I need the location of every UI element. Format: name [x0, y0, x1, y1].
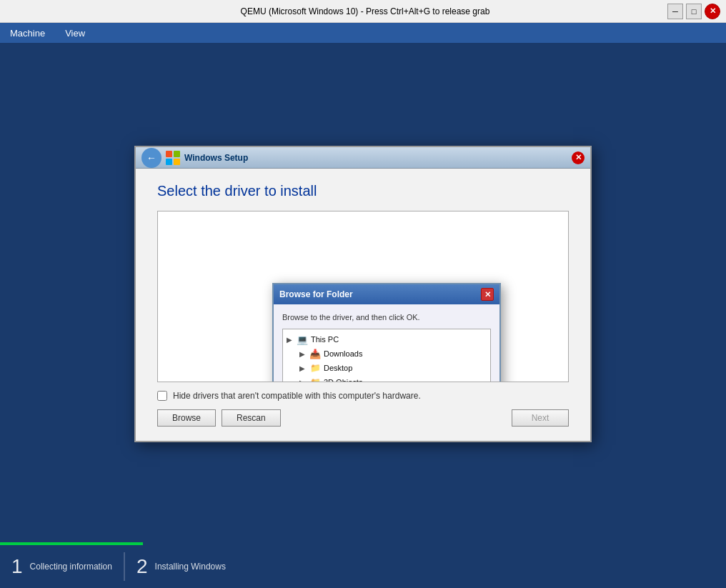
tree-item-3dobjects[interactable]: ▶ 📁 3D Objects — [283, 375, 490, 382]
3dobjects-icon: 📁 — [309, 377, 322, 382]
setup-dialog: ← Windows Setup ✕ Select the driver to i… — [134, 146, 592, 442]
tree-item-thispc[interactable]: ▶ 💻 This PC — [283, 332, 490, 347]
tree-item-desktop[interactable]: ▶ 📁 Desktop — [283, 361, 490, 375]
expand-icon-downloads: ▶ — [297, 349, 307, 359]
step-1-label: Collecting information — [30, 562, 112, 572]
expand-icon-3dobjects: ▶ — [297, 377, 307, 382]
back-button[interactable]: ← — [141, 148, 161, 168]
step-2-number: 2 — [136, 555, 148, 578]
title-text: QEMU (Microsoft Windows 10) - Press Ctrl… — [63, 6, 667, 16]
tree-label-downloads: Downloads — [324, 349, 362, 358]
setup-dialog-title-text: Windows Setup — [184, 153, 248, 163]
setup-heading: Select the driver to install — [157, 183, 569, 199]
tree-item-downloads[interactable]: ▶ 📥 Downloads — [283, 347, 490, 361]
setup-bottom-buttons: Browse Rescan Next — [157, 409, 569, 427]
tree-label-desktop: Desktop — [324, 364, 352, 372]
browse-close-button[interactable]: ✕ — [481, 288, 494, 301]
downloads-icon: 📥 — [309, 348, 322, 359]
setup-title-group: ← Windows Setup — [141, 148, 248, 168]
window-controls: ─ □ ✕ — [667, 4, 720, 19]
step-1: 1 Collecting information — [0, 545, 124, 588]
menu-machine[interactable]: Machine — [6, 26, 49, 40]
setup-close-button[interactable]: ✕ — [572, 151, 585, 164]
step-2-label: Installing Windows — [155, 562, 226, 572]
desktop-icon: 📁 — [309, 362, 322, 374]
hide-drivers-checkbox[interactable] — [157, 391, 167, 401]
step-1-number: 1 — [11, 555, 23, 578]
setup-titlebar: ← Windows Setup ✕ — [136, 147, 590, 169]
hide-drivers-row: Hide drivers that aren't compatible with… — [157, 391, 569, 401]
minimize-button[interactable]: ─ — [667, 4, 683, 19]
expand-icon-desktop: ▶ — [297, 363, 307, 373]
expand-icon-thispc: ▶ — [284, 334, 294, 344]
close-button[interactable]: ✕ — [705, 4, 720, 19]
maximize-button[interactable]: □ — [686, 4, 702, 19]
status-bar: 1 Collecting information 2 Installing Wi… — [0, 545, 726, 588]
browse-titlebar: Browse for Folder ✕ — [274, 284, 499, 304]
rescan-button[interactable]: Rescan — [222, 409, 281, 427]
menu-bar: Machine View — [0, 23, 726, 43]
monitor-icon: 💻 — [296, 334, 309, 345]
hide-drivers-label: Hide drivers that aren't compatible with… — [173, 391, 421, 401]
browse-content: Browse to the driver, and then click OK.… — [274, 304, 499, 382]
windows-logo — [166, 151, 180, 165]
main-area: ← Windows Setup ✕ Select the driver to i… — [0, 43, 726, 545]
browse-title-text: Browse for Folder — [279, 289, 353, 299]
tree-label-3dobjects: 3D Objects — [324, 378, 362, 382]
tree-label-thispc: This PC — [311, 335, 339, 344]
setup-content: Select the driver to install Browse for … — [136, 169, 590, 441]
step-2: 2 Installing Windows — [125, 545, 237, 588]
menu-view[interactable]: View — [61, 26, 89, 40]
title-bar: QEMU (Microsoft Windows 10) - Press Ctrl… — [0, 0, 726, 23]
left-buttons: Browse Rescan — [157, 409, 281, 427]
browse-tree: ▶ 💻 This PC ▶ 📥 Downloads — [282, 329, 491, 382]
browse-instruction: Browse to the driver, and then click OK. — [282, 313, 491, 322]
next-button[interactable]: Next — [512, 409, 569, 427]
browse-button[interactable]: Browse — [157, 409, 216, 427]
driver-list-area: Browse for Folder ✕ Browse to the driver… — [157, 211, 569, 382]
browse-dialog: Browse for Folder ✕ Browse to the driver… — [272, 283, 501, 382]
